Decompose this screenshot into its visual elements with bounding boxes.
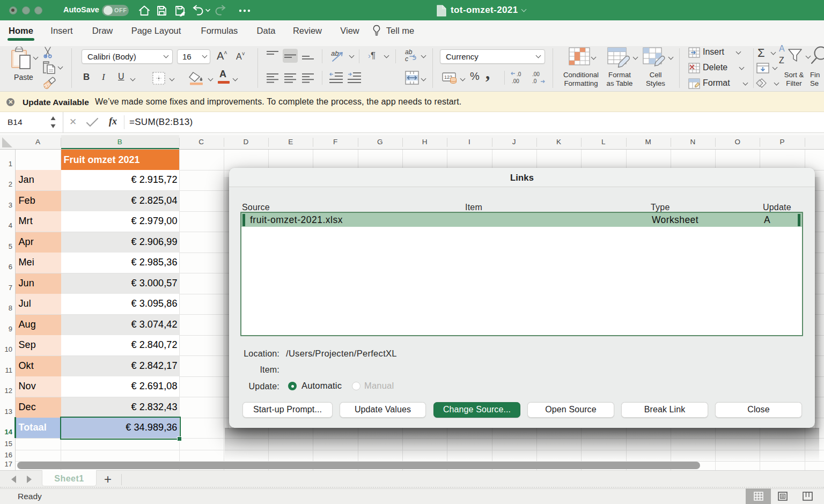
- svg-text:.0: .0: [517, 71, 521, 77]
- svg-text:.0: .0: [532, 78, 537, 84]
- svg-text:.00: .00: [532, 71, 540, 77]
- svg-text:c: c: [405, 55, 408, 63]
- svg-text:ab: ab: [405, 48, 413, 56]
- svg-text:.00: .00: [512, 78, 519, 84]
